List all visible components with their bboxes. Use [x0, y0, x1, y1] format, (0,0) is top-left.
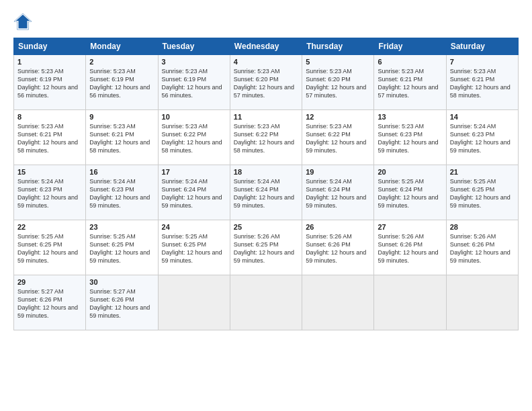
week-row-5: 29 Sunrise: 5:27 AMSunset: 6:26 PMDaylig… — [14, 275, 519, 330]
day-number: 24 — [162, 223, 226, 231]
cell-info: Sunrise: 5:23 AMSunset: 6:19 PMDaylight:… — [17, 68, 78, 99]
day-number: 26 — [306, 223, 370, 231]
day-number: 1 — [17, 58, 82, 66]
header-thursday: Thursday — [302, 38, 374, 55]
cell-info: Sunrise: 5:23 AMSunset: 6:20 PMDaylight:… — [306, 68, 366, 99]
cell-info: Sunrise: 5:24 AMSunset: 6:24 PMDaylight:… — [234, 178, 294, 209]
calendar-cell: 17 Sunrise: 5:24 AMSunset: 6:24 PMDaylig… — [158, 165, 230, 220]
day-number: 20 — [378, 168, 442, 176]
calendar-table: SundayMondayTuesdayWednesdayThursdayFrid… — [13, 38, 519, 330]
calendar-cell: 11 Sunrise: 5:23 AMSunset: 6:22 PMDaylig… — [230, 110, 302, 165]
day-number: 14 — [450, 113, 515, 121]
day-number: 11 — [234, 113, 298, 121]
cell-info: Sunrise: 5:23 AMSunset: 6:22 PMDaylight:… — [306, 123, 366, 154]
calendar-cell: 21 Sunrise: 5:25 AMSunset: 6:25 PMDaylig… — [446, 165, 518, 220]
header-saturday: Saturday — [446, 38, 518, 55]
day-number: 25 — [234, 223, 298, 231]
calendar-cell: 1 Sunrise: 5:23 AMSunset: 6:19 PMDayligh… — [14, 55, 86, 110]
day-number: 22 — [17, 223, 82, 231]
cell-info: Sunrise: 5:26 AMSunset: 6:26 PMDaylight:… — [378, 233, 438, 264]
cell-info: Sunrise: 5:25 AMSunset: 6:25 PMDaylight:… — [89, 233, 150, 264]
cell-info: Sunrise: 5:25 AMSunset: 6:25 PMDaylight:… — [162, 233, 222, 264]
page: SundayMondayTuesdayWednesdayThursdayFrid… — [0, 0, 532, 411]
calendar-cell: 20 Sunrise: 5:25 AMSunset: 6:24 PMDaylig… — [374, 165, 446, 220]
cell-info: Sunrise: 5:25 AMSunset: 6:25 PMDaylight:… — [450, 178, 511, 209]
day-number: 19 — [306, 168, 370, 176]
cell-info: Sunrise: 5:23 AMSunset: 6:21 PMDaylight:… — [378, 68, 438, 99]
cell-info: Sunrise: 5:23 AMSunset: 6:20 PMDaylight:… — [234, 68, 294, 99]
calendar-cell: 18 Sunrise: 5:24 AMSunset: 6:24 PMDaylig… — [230, 165, 302, 220]
day-number: 27 — [378, 223, 442, 231]
cell-info: Sunrise: 5:24 AMSunset: 6:24 PMDaylight:… — [306, 178, 366, 209]
day-number: 4 — [234, 58, 298, 66]
calendar-cell: 16 Sunrise: 5:24 AMSunset: 6:23 PMDaylig… — [86, 165, 158, 220]
cell-info: Sunrise: 5:25 AMSunset: 6:25 PMDaylight:… — [17, 233, 78, 264]
calendar-cell: 4 Sunrise: 5:23 AMSunset: 6:20 PMDayligh… — [230, 55, 302, 110]
cell-info: Sunrise: 5:23 AMSunset: 6:19 PMDaylight:… — [89, 68, 150, 99]
calendar-cell — [230, 275, 302, 330]
day-number: 29 — [17, 278, 82, 286]
cell-info: Sunrise: 5:24 AMSunset: 6:23 PMDaylight:… — [89, 178, 150, 209]
cell-info: Sunrise: 5:24 AMSunset: 6:23 PMDaylight:… — [17, 178, 78, 209]
calendar-cell: 9 Sunrise: 5:23 AMSunset: 6:21 PMDayligh… — [86, 110, 158, 165]
cell-info: Sunrise: 5:23 AMSunset: 6:23 PMDaylight:… — [378, 123, 438, 154]
day-number: 13 — [378, 113, 442, 121]
calendar-cell: 24 Sunrise: 5:25 AMSunset: 6:25 PMDaylig… — [158, 220, 230, 275]
calendar-cell: 27 Sunrise: 5:26 AMSunset: 6:26 PMDaylig… — [374, 220, 446, 275]
calendar-cell: 19 Sunrise: 5:24 AMSunset: 6:24 PMDaylig… — [302, 165, 374, 220]
calendar-cell: 2 Sunrise: 5:23 AMSunset: 6:19 PMDayligh… — [86, 55, 158, 110]
day-number: 9 — [89, 113, 154, 121]
cell-info: Sunrise: 5:26 AMSunset: 6:26 PMDaylight:… — [450, 233, 511, 264]
cell-info: Sunrise: 5:23 AMSunset: 6:21 PMDaylight:… — [89, 123, 150, 154]
calendar-cell: 3 Sunrise: 5:23 AMSunset: 6:19 PMDayligh… — [158, 55, 230, 110]
calendar-cell: 8 Sunrise: 5:23 AMSunset: 6:21 PMDayligh… — [14, 110, 86, 165]
day-number: 3 — [162, 58, 226, 66]
cell-info: Sunrise: 5:26 AMSunset: 6:25 PMDaylight:… — [234, 233, 294, 264]
day-number: 30 — [89, 278, 154, 286]
calendar-cell — [158, 275, 230, 330]
day-number: 5 — [306, 58, 370, 66]
day-number: 17 — [162, 168, 226, 176]
cell-info: Sunrise: 5:23 AMSunset: 6:21 PMDaylight:… — [17, 123, 78, 154]
week-row-2: 8 Sunrise: 5:23 AMSunset: 6:21 PMDayligh… — [14, 110, 519, 165]
calendar-cell: 5 Sunrise: 5:23 AMSunset: 6:20 PMDayligh… — [302, 55, 374, 110]
week-row-4: 22 Sunrise: 5:25 AMSunset: 6:25 PMDaylig… — [14, 220, 519, 275]
header-row: SundayMondayTuesdayWednesdayThursdayFrid… — [14, 38, 519, 55]
calendar-cell: 26 Sunrise: 5:26 AMSunset: 6:26 PMDaylig… — [302, 220, 374, 275]
calendar-cell — [302, 275, 374, 330]
header-tuesday: Tuesday — [158, 38, 230, 55]
day-number: 16 — [89, 168, 154, 176]
calendar-cell: 6 Sunrise: 5:23 AMSunset: 6:21 PMDayligh… — [374, 55, 446, 110]
calendar-cell: 15 Sunrise: 5:24 AMSunset: 6:23 PMDaylig… — [14, 165, 86, 220]
header-wednesday: Wednesday — [230, 38, 302, 55]
calendar-cell: 10 Sunrise: 5:23 AMSunset: 6:22 PMDaylig… — [158, 110, 230, 165]
day-number: 18 — [234, 168, 298, 176]
calendar-cell: 30 Sunrise: 5:27 AMSunset: 6:26 PMDaylig… — [86, 275, 158, 330]
day-number: 6 — [378, 58, 442, 66]
cell-info: Sunrise: 5:23 AMSunset: 6:21 PMDaylight:… — [450, 68, 511, 99]
calendar-cell: 12 Sunrise: 5:23 AMSunset: 6:22 PMDaylig… — [302, 110, 374, 165]
day-number: 23 — [89, 223, 154, 231]
day-number: 21 — [450, 168, 515, 176]
header-monday: Monday — [86, 38, 158, 55]
calendar-cell — [374, 275, 446, 330]
day-number: 15 — [17, 168, 82, 176]
day-number: 12 — [306, 113, 370, 121]
cell-info: Sunrise: 5:27 AMSunset: 6:26 PMDaylight:… — [89, 288, 150, 319]
logo-icon — [13, 12, 32, 31]
cell-info: Sunrise: 5:27 AMSunset: 6:26 PMDaylight:… — [17, 288, 78, 319]
day-number: 8 — [17, 113, 82, 121]
day-number: 7 — [450, 58, 515, 66]
calendar-cell: 7 Sunrise: 5:23 AMSunset: 6:21 PMDayligh… — [446, 55, 518, 110]
day-number: 2 — [89, 58, 154, 66]
cell-info: Sunrise: 5:24 AMSunset: 6:23 PMDaylight:… — [450, 123, 511, 154]
week-row-1: 1 Sunrise: 5:23 AMSunset: 6:19 PMDayligh… — [14, 55, 519, 110]
cell-info: Sunrise: 5:24 AMSunset: 6:24 PMDaylight:… — [162, 178, 222, 209]
cell-info: Sunrise: 5:23 AMSunset: 6:19 PMDaylight:… — [162, 68, 222, 99]
calendar-cell: 25 Sunrise: 5:26 AMSunset: 6:25 PMDaylig… — [230, 220, 302, 275]
svg-marker-0 — [16, 15, 30, 29]
header — [13, 12, 519, 31]
logo — [13, 12, 35, 31]
week-row-3: 15 Sunrise: 5:24 AMSunset: 6:23 PMDaylig… — [14, 165, 519, 220]
calendar-cell: 23 Sunrise: 5:25 AMSunset: 6:25 PMDaylig… — [86, 220, 158, 275]
